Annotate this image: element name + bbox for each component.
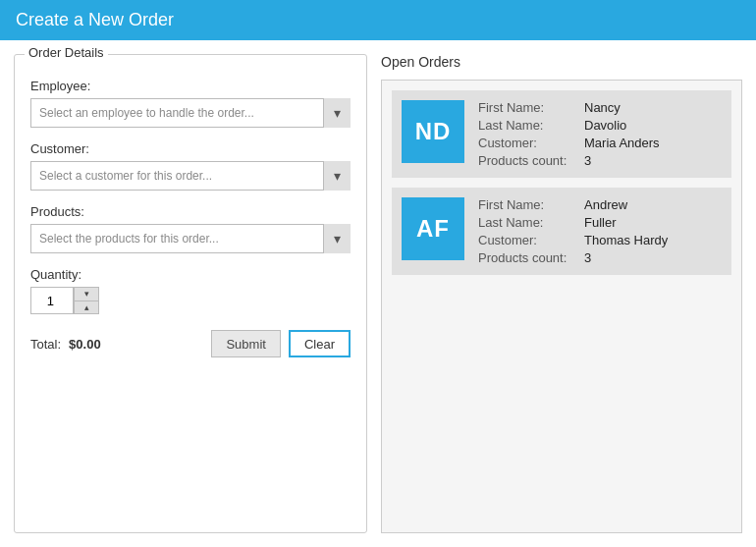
quantity-down-button[interactable]: ▾ bbox=[74, 287, 99, 301]
info-val: Fuller bbox=[584, 215, 617, 230]
info-key: First Name: bbox=[478, 100, 576, 115]
order-avatar: ND bbox=[402, 100, 464, 163]
employee-select[interactable]: Select an employee to handle the order..… bbox=[30, 98, 351, 128]
quantity-input[interactable] bbox=[30, 287, 74, 314]
products-label: Products: bbox=[30, 204, 351, 219]
submit-button[interactable]: Submit bbox=[211, 330, 280, 357]
order-card[interactable]: NDFirst Name:NancyLast Name:DavolioCusto… bbox=[392, 90, 731, 178]
info-key: First Name: bbox=[478, 197, 576, 212]
order-info-row: Products count:3 bbox=[478, 153, 660, 168]
quantity-wrapper: ▾ ▴ bbox=[30, 287, 109, 314]
order-info-row: Customer:Thomas Hardy bbox=[478, 233, 668, 247]
info-key: Products count: bbox=[478, 250, 576, 265]
info-key: Customer: bbox=[478, 136, 576, 150]
quantity-up-button[interactable]: ▴ bbox=[74, 301, 99, 314]
info-key: Customer: bbox=[478, 233, 576, 247]
customer-select[interactable]: Select a customer for this order... bbox=[30, 161, 351, 191]
customer-select-wrapper: Select a customer for this order... bbox=[30, 161, 351, 191]
products-field-group: Products: Select the products for this o… bbox=[30, 204, 351, 253]
customer-field-group: Customer: Select a customer for this ord… bbox=[30, 141, 351, 191]
info-key: Last Name: bbox=[478, 118, 576, 133]
order-card[interactable]: AFFirst Name:AndrewLast Name:FullerCusto… bbox=[392, 188, 731, 275]
content-area: Order Details Employee: Select an employ… bbox=[0, 40, 756, 547]
main-window: Create a New Order Order Details Employe… bbox=[0, 0, 756, 547]
employee-label: Employee: bbox=[30, 79, 351, 93]
employee-select-wrapper: Select an employee to handle the order..… bbox=[30, 98, 351, 128]
open-orders-title: Open Orders bbox=[381, 54, 742, 70]
title-bar: Create a New Order bbox=[0, 0, 756, 40]
info-val: Nancy bbox=[584, 100, 621, 115]
order-info-row: Customer:Maria Anders bbox=[478, 136, 660, 150]
info-val: 3 bbox=[584, 250, 591, 265]
order-avatar: AF bbox=[402, 197, 464, 260]
quantity-field-group: Quantity: ▾ ▴ bbox=[30, 267, 351, 314]
clear-button[interactable]: Clear bbox=[289, 330, 351, 357]
total-value: $0.00 bbox=[69, 337, 101, 352]
info-val: Thomas Hardy bbox=[584, 233, 668, 247]
window-title: Create a New Order bbox=[16, 10, 174, 29]
info-key: Last Name: bbox=[478, 215, 576, 230]
total-label: Total: bbox=[30, 337, 61, 352]
panel-legend: Order Details bbox=[25, 45, 108, 60]
open-orders-panel: Open Orders NDFirst Name:NancyLast Name:… bbox=[381, 54, 742, 533]
order-info: First Name:AndrewLast Name:FullerCustome… bbox=[478, 197, 668, 265]
order-details-panel: Order Details Employee: Select an employ… bbox=[14, 54, 367, 533]
customer-label: Customer: bbox=[30, 141, 351, 156]
info-val: Maria Anders bbox=[584, 136, 660, 150]
order-info-row: Last Name:Davolio bbox=[478, 118, 660, 133]
order-info-row: Last Name:Fuller bbox=[478, 215, 668, 230]
products-select-wrapper: Select the products for this order... bbox=[30, 224, 351, 253]
info-val: 3 bbox=[584, 153, 591, 168]
products-select[interactable]: Select the products for this order... bbox=[30, 224, 351, 253]
info-key: Products count: bbox=[478, 153, 576, 168]
order-info: First Name:NancyLast Name:DavolioCustome… bbox=[478, 100, 660, 168]
order-info-row: First Name:Andrew bbox=[478, 197, 668, 212]
orders-list: NDFirst Name:NancyLast Name:DavolioCusto… bbox=[381, 80, 742, 533]
order-info-row: Products count:3 bbox=[478, 250, 668, 265]
info-val: Davolio bbox=[584, 118, 626, 133]
info-val: Andrew bbox=[584, 197, 627, 212]
quantity-buttons: ▾ ▴ bbox=[74, 287, 99, 314]
order-info-row: First Name:Nancy bbox=[478, 100, 660, 115]
form-footer: Total: $0.00 Submit Clear bbox=[30, 330, 351, 357]
quantity-label: Quantity: bbox=[30, 267, 351, 282]
employee-field-group: Employee: Select an employee to handle t… bbox=[30, 79, 351, 128]
